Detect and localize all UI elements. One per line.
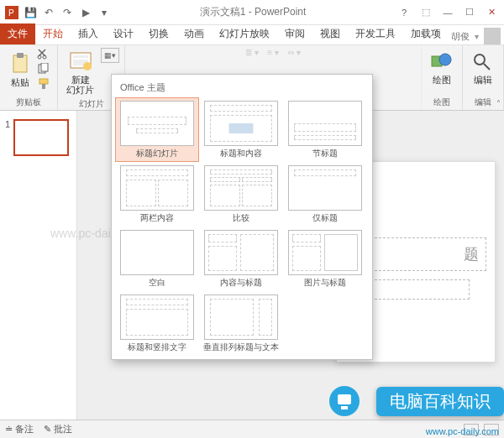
thumbnail-1[interactable]: 1 [5, 119, 71, 156]
new-slide-label: 新建 幻灯片 [66, 75, 94, 95]
help-button[interactable]: ? [395, 4, 413, 21]
notes-button[interactable]: ≐ 备注 [5, 423, 34, 435]
group-drawing: 绘图 绘图 [422, 45, 463, 110]
layout-title-vertical-text[interactable]: 标题和竖排文字 [115, 291, 199, 356]
avatar[interactable] [484, 28, 501, 44]
title-bar: P 💾 ↶ ↷ ▶ ▾ 演示文稿1 - PowerPoint ? ⬚ — ☐ ✕ [0, 0, 504, 25]
slide-thumbnail[interactable] [13, 119, 69, 156]
comments-label: 批注 [54, 424, 72, 434]
bullets-icon[interactable]: ≣ ▾ [245, 48, 259, 57]
layout-label: 垂直排列标题与文本 [203, 342, 279, 352]
group-drawing-label: 绘图 [433, 96, 450, 108]
tab-design[interactable]: 设计 [106, 23, 141, 44]
subtitle-placeholder[interactable] [362, 279, 470, 300]
paste-icon [8, 52, 32, 76]
format-painter-button[interactable] [37, 78, 52, 91]
save-icon[interactable]: 💾 [24, 6, 37, 19]
cut-button[interactable] [37, 48, 52, 61]
start-slideshow-icon[interactable]: ▶ [79, 6, 92, 19]
gallery-header: Office 主题 [115, 78, 369, 97]
maximize-button[interactable]: ☐ [460, 4, 479, 21]
layout-picture-with-caption[interactable]: 图片与标题 [283, 227, 367, 291]
tab-addins[interactable]: 加载项 [403, 23, 449, 44]
layout-two-content[interactable]: 两栏内容 [115, 162, 199, 227]
align-icon[interactable]: ⇔ ▾ [287, 48, 301, 57]
group-slides-label: 幻灯片 [79, 98, 104, 110]
gallery-grid: 标题幻灯片 标题和内容 节标题 两栏内容 比较 仅标题 空白 内容与标题 [115, 97, 369, 356]
slide-thumbnails-panel[interactable]: 1 [0, 111, 77, 420]
layout-content-with-caption[interactable]: 内容与标题 [199, 227, 283, 291]
editing-button[interactable]: 编辑 [468, 48, 498, 86]
powerpoint-icon: P [5, 6, 18, 19]
comments-button[interactable]: ✎ 批注 [44, 423, 72, 435]
drawing-label: 绘图 [433, 75, 451, 85]
layout-label: 标题幻灯片 [136, 149, 178, 159]
svg-point-13 [83, 62, 92, 70]
layout-label: 图片与标题 [304, 278, 346, 288]
layout-gallery: Office 主题 标题幻灯片 标题和内容 节标题 两栏内容 比较 仅标题 空白 [111, 74, 373, 360]
layout-label: 两栏内容 [140, 213, 174, 223]
tab-slideshow[interactable]: 幻灯片放映 [212, 23, 277, 44]
drawing-button[interactable]: 绘图 [427, 48, 457, 86]
tab-view[interactable]: 视图 [312, 23, 348, 44]
title-placeholder-text: 题 [464, 244, 479, 264]
tab-home[interactable]: 开始 [35, 23, 71, 44]
layout-label: 仅标题 [312, 213, 338, 223]
window-controls: ? ⬚ — ☐ ✕ [395, 4, 504, 21]
user-dropdown-icon[interactable]: ▾ [475, 32, 479, 41]
layout-blank[interactable]: 空白 [115, 227, 199, 291]
layout-button[interactable]: ▦▾ [101, 48, 119, 63]
collapse-ribbon-icon[interactable]: ˄ [496, 99, 501, 108]
layout-label: 内容与标题 [220, 278, 262, 288]
tab-insert[interactable]: 插入 [71, 23, 106, 44]
paste-button[interactable]: 粘贴 [5, 48, 35, 91]
paste-label: 粘贴 [11, 77, 29, 87]
svg-rect-18 [229, 123, 254, 133]
banner-url: www.pc-daily.com [426, 426, 499, 436]
layout-title-only[interactable]: 仅标题 [283, 162, 367, 227]
new-slide-icon [69, 50, 92, 73]
undo-icon[interactable]: ↶ [42, 6, 55, 19]
thumbnail-number: 1 [5, 119, 10, 129]
notes-label: 备注 [15, 424, 34, 434]
ribbon-display-options-button[interactable]: ⬚ [417, 4, 435, 21]
close-button[interactable]: ✕ [482, 4, 501, 21]
layout-label: 标题和竖排文字 [128, 342, 186, 352]
user-name[interactable]: 胡俊 [451, 30, 470, 43]
layout-comparison[interactable]: 比较 [199, 162, 283, 227]
editing-label: 编辑 [474, 75, 492, 85]
ribbon-tabs: 文件 开始 插入 设计 切换 动画 幻灯片放映 审阅 视图 开发工具 加载项 胡… [0, 25, 504, 45]
site-banner: 电脑百科知识 [326, 383, 504, 420]
layout-vertical-title-text[interactable]: 垂直排列标题与文本 [199, 291, 283, 356]
copy-button[interactable] [37, 63, 52, 76]
svg-rect-9 [42, 84, 45, 89]
layout-label: 比较 [233, 213, 249, 223]
svg-text:P: P [8, 8, 14, 18]
svg-line-17 [484, 64, 490, 70]
new-slide-button[interactable]: 新建 幻灯片 [63, 48, 97, 96]
qat-dropdown-icon[interactable]: ▾ [97, 6, 111, 19]
svg-rect-11 [73, 55, 88, 58]
quick-access-toolbar: P 💾 ↶ ↷ ▶ ▾ [0, 6, 111, 19]
tab-file[interactable]: 文件 [0, 23, 35, 44]
svg-rect-7 [41, 63, 48, 71]
layout-title-content[interactable]: 标题和内容 [199, 97, 283, 162]
minimize-button[interactable]: — [438, 4, 457, 21]
group-clipboard: 粘贴 剪贴板 [0, 45, 58, 110]
tab-review[interactable]: 审阅 [277, 23, 312, 44]
svg-rect-8 [39, 79, 48, 84]
banner-text: 电脑百科知识 [376, 387, 504, 416]
numbering-icon[interactable]: ≡ ▾ [267, 48, 279, 57]
tab-developer[interactable]: 开发工具 [348, 23, 403, 44]
group-clipboard-label: 剪贴板 [16, 96, 41, 108]
svg-point-15 [439, 54, 451, 65]
layout-title-slide[interactable]: 标题幻灯片 [115, 97, 199, 162]
find-icon [471, 50, 495, 73]
redo-icon[interactable]: ↷ [60, 6, 74, 19]
svg-rect-21 [341, 406, 348, 409]
layout-section-header[interactable]: 节标题 [283, 97, 367, 162]
tab-transitions[interactable]: 切换 [141, 23, 176, 44]
layout-label: 标题和内容 [220, 149, 262, 159]
tab-animations[interactable]: 动画 [176, 23, 212, 44]
svg-rect-3 [17, 53, 24, 58]
